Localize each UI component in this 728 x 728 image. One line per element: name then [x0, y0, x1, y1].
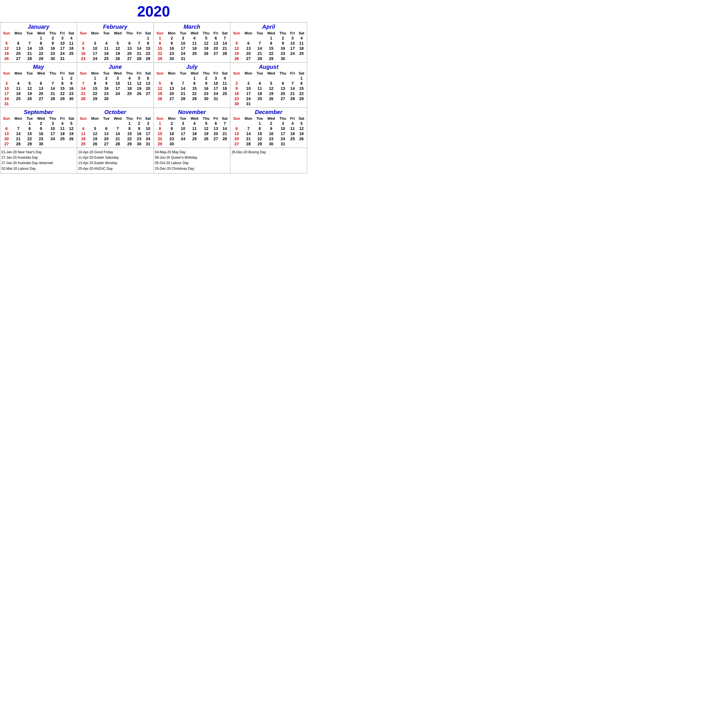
day-cell: 21 — [288, 91, 297, 96]
day-cell — [297, 141, 306, 147]
day-cell: 29 — [24, 141, 35, 147]
day-cell — [67, 141, 76, 147]
day-cell: 22 — [154, 51, 166, 56]
day-header: Fri — [58, 31, 67, 35]
day-cell: 12 — [231, 46, 242, 51]
day-cell: 8 — [24, 126, 35, 131]
day-cell: 26 — [154, 96, 166, 101]
day-header: Tue — [178, 31, 188, 35]
day-cell: 23 — [47, 51, 58, 56]
day-cell: 30 — [265, 141, 278, 147]
day-cell: 31 — [143, 141, 153, 147]
day-cell: 5 — [112, 41, 124, 46]
day-cell: 27 — [12, 56, 24, 61]
day-cell — [242, 35, 254, 41]
day-cell: 5 — [135, 76, 143, 81]
day-cell: 27 — [211, 136, 220, 141]
day-cell: 11 — [58, 126, 67, 131]
day-header: Sat — [297, 116, 306, 121]
day-cell: 14 — [220, 126, 229, 131]
day-cell: 13 — [277, 86, 288, 91]
day-cell: 6 — [211, 35, 220, 41]
month-cell-january: JanuarySunMonTueWedThuFriSat123456789101… — [0, 23, 77, 63]
day-cell — [288, 76, 297, 81]
day-cell: 9 — [101, 81, 112, 86]
day-header: Thu — [201, 71, 212, 76]
day-cell: 14 — [112, 131, 124, 136]
day-cell: 11 — [220, 81, 229, 86]
day-cell: 11 — [12, 86, 24, 91]
day-cell: 22 — [188, 91, 201, 96]
day-cell: 15 — [154, 131, 166, 136]
month-name: June — [78, 64, 153, 70]
month-table: SunMonTueWedThuFriSat1234567891011121314… — [154, 31, 230, 61]
day-cell: 15 — [188, 86, 201, 91]
notes-cell-0: 01-Jan-20 New Year's Day27-Jan-20 Austra… — [0, 148, 77, 173]
day-cell: 16 — [201, 86, 212, 91]
day-cell: 26 — [231, 56, 242, 61]
day-cell: 7 — [12, 126, 24, 131]
day-cell: 20 — [165, 91, 178, 96]
day-header: Sun — [231, 31, 242, 35]
day-header: Thu — [277, 71, 288, 76]
day-cell: 4 — [254, 81, 265, 86]
day-cell — [242, 121, 254, 126]
day-cell — [288, 141, 297, 147]
day-cell: 13 — [101, 131, 112, 136]
day-cell: 17 — [277, 131, 288, 136]
day-cell: 6 — [1, 126, 12, 131]
day-cell: 7 — [254, 41, 265, 46]
day-header: Sun — [231, 71, 242, 76]
day-cell: 17 — [288, 46, 297, 51]
day-cell — [220, 141, 229, 147]
day-cell — [58, 141, 67, 147]
day-cell: 2 — [47, 35, 58, 41]
day-cell — [101, 35, 112, 41]
day-cell: 25 — [58, 136, 67, 141]
day-header: Sat — [297, 31, 306, 35]
day-cell — [89, 35, 101, 41]
day-cell: 14 — [135, 46, 143, 51]
day-cell: 29 — [188, 96, 201, 101]
day-header: Thu — [201, 116, 212, 121]
day-cell: 6 — [143, 76, 153, 81]
day-cell: 24 — [277, 136, 288, 141]
day-cell: 28 — [135, 56, 143, 61]
day-cell — [24, 35, 35, 41]
day-cell: 19 — [201, 46, 212, 51]
day-header: Sun — [1, 71, 12, 76]
month-table: SunMonTueWedThuFriSat1234567891011121314… — [1, 71, 76, 106]
day-cell: 10 — [178, 126, 188, 131]
day-cell: 11 — [288, 126, 297, 131]
day-cell: 3 — [211, 76, 220, 81]
day-cell: 20 — [35, 91, 47, 96]
day-cell: 13 — [211, 126, 220, 131]
day-cell: 15 — [297, 86, 306, 91]
day-cell: 4 — [124, 76, 135, 81]
day-cell: 13 — [124, 46, 135, 51]
day-cell — [124, 96, 135, 101]
day-cell: 25 — [12, 96, 24, 101]
day-header: Wed — [265, 116, 278, 121]
day-header: Tue — [24, 31, 35, 35]
day-cell: 17 — [1, 91, 12, 96]
day-cell: 12 — [201, 41, 212, 46]
day-cell: 4 — [101, 41, 112, 46]
day-header: Thu — [124, 31, 135, 35]
day-header: Wed — [35, 71, 47, 76]
day-cell — [112, 35, 124, 41]
day-cell — [188, 56, 201, 61]
day-cell — [178, 141, 188, 147]
day-header: Wed — [112, 31, 124, 35]
day-cell: 7 — [220, 35, 229, 41]
day-cell: 27 — [35, 96, 47, 101]
day-cell: 6 — [124, 41, 135, 46]
day-cell: 3 — [288, 35, 297, 41]
day-cell: 8 — [58, 81, 67, 86]
note-line: 26-Dec-20 Boxing Day — [231, 150, 306, 155]
day-header: Sat — [143, 31, 153, 35]
month-name: October — [78, 109, 153, 115]
day-cell: 29 — [124, 141, 135, 147]
day-header: Sun — [1, 31, 12, 35]
day-header: Fri — [211, 71, 220, 76]
